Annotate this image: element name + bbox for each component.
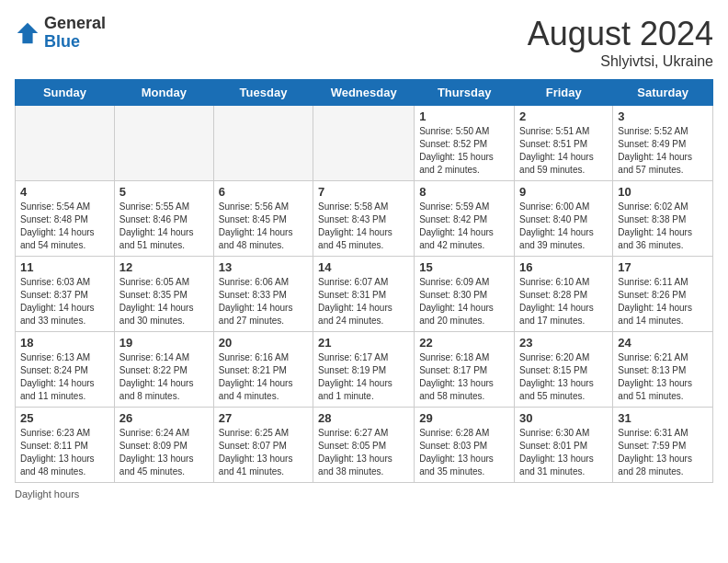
day-info: Sunrise: 6:06 AMSunset: 8:33 PMDaylight:… bbox=[219, 276, 308, 327]
day-number: 18 bbox=[20, 336, 109, 350]
day-info: Sunrise: 6:16 AMSunset: 8:21 PMDaylight:… bbox=[219, 351, 308, 403]
calendar-cell: 16Sunrise: 6:10 AMSunset: 8:28 PMDayligh… bbox=[515, 257, 613, 332]
day-number: 28 bbox=[318, 411, 409, 425]
calendar-cell: 30Sunrise: 6:30 AMSunset: 8:01 PMDayligh… bbox=[515, 408, 613, 483]
calendar-week-2: 4Sunrise: 5:54 AMSunset: 8:48 PMDaylight… bbox=[16, 181, 713, 257]
calendar-cell: 3Sunrise: 5:52 AMSunset: 8:49 PMDaylight… bbox=[613, 106, 713, 181]
logo-blue: Blue bbox=[44, 33, 106, 52]
day-info: Sunrise: 5:52 AMSunset: 8:49 PMDaylight:… bbox=[618, 125, 708, 177]
day-number: 26 bbox=[119, 411, 209, 425]
day-info: Sunrise: 6:14 AMSunset: 8:22 PMDaylight:… bbox=[119, 351, 209, 403]
day-number: 7 bbox=[318, 185, 409, 199]
day-number: 31 bbox=[618, 411, 708, 425]
day-info: Sunrise: 6:02 AMSunset: 8:38 PMDaylight:… bbox=[618, 201, 708, 252]
day-number: 22 bbox=[419, 336, 509, 350]
day-info: Sunrise: 6:03 AMSunset: 8:37 PMDaylight:… bbox=[20, 276, 109, 327]
day-number: 15 bbox=[419, 260, 509, 274]
calendar-cell bbox=[213, 106, 313, 181]
day-info: Sunrise: 5:54 AMSunset: 8:48 PMDaylight:… bbox=[20, 201, 109, 252]
calendar-cell: 5Sunrise: 5:55 AMSunset: 8:46 PMDaylight… bbox=[114, 181, 213, 257]
calendar-cell: 25Sunrise: 6:23 AMSunset: 8:11 PMDayligh… bbox=[16, 408, 115, 483]
day-number: 24 bbox=[618, 336, 708, 350]
calendar-cell: 20Sunrise: 6:16 AMSunset: 8:21 PMDayligh… bbox=[213, 332, 313, 408]
calendar-cell: 13Sunrise: 6:06 AMSunset: 8:33 PMDayligh… bbox=[213, 257, 313, 332]
day-number: 16 bbox=[519, 260, 608, 274]
calendar-cell: 9Sunrise: 6:00 AMSunset: 8:40 PMDaylight… bbox=[515, 181, 613, 257]
calendar-cell: 8Sunrise: 5:59 AMSunset: 8:42 PMDaylight… bbox=[415, 181, 515, 257]
day-number: 10 bbox=[618, 185, 708, 199]
day-number: 4 bbox=[20, 185, 109, 199]
calendar-cell: 22Sunrise: 6:18 AMSunset: 8:17 PMDayligh… bbox=[415, 332, 515, 408]
calendar-week-3: 11Sunrise: 6:03 AMSunset: 8:37 PMDayligh… bbox=[16, 257, 713, 332]
day-number: 6 bbox=[219, 185, 308, 199]
daylight-label: Daylight hours bbox=[15, 488, 79, 500]
day-info: Sunrise: 6:05 AMSunset: 8:35 PMDaylight:… bbox=[119, 276, 209, 327]
calendar-cell bbox=[16, 106, 115, 181]
footer-note: Daylight hours bbox=[15, 488, 713, 500]
day-number: 8 bbox=[419, 185, 509, 199]
calendar-cell bbox=[313, 106, 415, 181]
svg-marker-0 bbox=[17, 23, 38, 43]
day-info: Sunrise: 6:13 AMSunset: 8:24 PMDaylight:… bbox=[20, 351, 109, 403]
day-info: Sunrise: 6:11 AMSunset: 8:26 PMDaylight:… bbox=[618, 276, 708, 327]
calendar-cell: 18Sunrise: 6:13 AMSunset: 8:24 PMDayligh… bbox=[16, 332, 115, 408]
logo: General Blue bbox=[15, 15, 106, 52]
day-info: Sunrise: 5:56 AMSunset: 8:45 PMDaylight:… bbox=[219, 201, 308, 252]
calendar-cell: 23Sunrise: 6:20 AMSunset: 8:15 PMDayligh… bbox=[515, 332, 613, 408]
day-info: Sunrise: 6:21 AMSunset: 8:13 PMDaylight:… bbox=[618, 351, 708, 403]
calendar-table: SundayMondayTuesdayWednesdayThursdayFrid… bbox=[15, 79, 713, 483]
day-number: 29 bbox=[419, 411, 509, 425]
header-wednesday: Wednesday bbox=[313, 80, 415, 106]
day-info: Sunrise: 5:50 AMSunset: 8:52 PMDaylight:… bbox=[419, 125, 509, 177]
day-info: Sunrise: 6:18 AMSunset: 8:17 PMDaylight:… bbox=[419, 351, 509, 403]
day-info: Sunrise: 6:10 AMSunset: 8:28 PMDaylight:… bbox=[519, 276, 608, 327]
day-number: 5 bbox=[119, 185, 209, 199]
day-info: Sunrise: 6:25 AMSunset: 8:07 PMDaylight:… bbox=[219, 427, 308, 478]
day-info: Sunrise: 6:23 AMSunset: 8:11 PMDaylight:… bbox=[20, 427, 109, 478]
day-info: Sunrise: 6:28 AMSunset: 8:03 PMDaylight:… bbox=[419, 427, 509, 478]
calendar-cell: 26Sunrise: 6:24 AMSunset: 8:09 PMDayligh… bbox=[114, 408, 213, 483]
day-info: Sunrise: 6:20 AMSunset: 8:15 PMDaylight:… bbox=[519, 351, 608, 403]
logo-icon bbox=[15, 20, 40, 46]
header-sunday: Sunday bbox=[16, 80, 115, 106]
calendar-week-1: 1Sunrise: 5:50 AMSunset: 8:52 PMDaylight… bbox=[16, 106, 713, 181]
day-info: Sunrise: 5:59 AMSunset: 8:42 PMDaylight:… bbox=[419, 201, 509, 252]
day-number: 13 bbox=[219, 260, 308, 274]
day-info: Sunrise: 6:27 AMSunset: 8:05 PMDaylight:… bbox=[318, 427, 409, 478]
calendar-week-5: 25Sunrise: 6:23 AMSunset: 8:11 PMDayligh… bbox=[16, 408, 713, 483]
header-tuesday: Tuesday bbox=[213, 80, 313, 106]
day-number: 3 bbox=[618, 109, 708, 123]
day-number: 30 bbox=[519, 411, 608, 425]
calendar-cell: 6Sunrise: 5:56 AMSunset: 8:45 PMDaylight… bbox=[213, 181, 313, 257]
calendar-cell: 19Sunrise: 6:14 AMSunset: 8:22 PMDayligh… bbox=[114, 332, 213, 408]
title-block: August 2024 Shlyivtsi, Ukraine bbox=[528, 15, 713, 70]
day-number: 20 bbox=[219, 336, 308, 350]
calendar-cell: 15Sunrise: 6:09 AMSunset: 8:30 PMDayligh… bbox=[415, 257, 515, 332]
day-number: 25 bbox=[20, 411, 109, 425]
calendar-cell: 31Sunrise: 6:31 AMSunset: 7:59 PMDayligh… bbox=[613, 408, 713, 483]
calendar-cell: 29Sunrise: 6:28 AMSunset: 8:03 PMDayligh… bbox=[415, 408, 515, 483]
day-number: 11 bbox=[20, 260, 109, 274]
location: Shlyivtsi, Ukraine bbox=[528, 53, 713, 70]
page-header: General Blue August 2024 Shlyivtsi, Ukra… bbox=[15, 15, 713, 70]
day-info: Sunrise: 6:07 AMSunset: 8:31 PMDaylight:… bbox=[318, 276, 409, 327]
header-saturday: Saturday bbox=[613, 80, 713, 106]
day-info: Sunrise: 6:09 AMSunset: 8:30 PMDaylight:… bbox=[419, 276, 509, 327]
calendar-body: 1Sunrise: 5:50 AMSunset: 8:52 PMDaylight… bbox=[16, 106, 713, 483]
day-number: 1 bbox=[419, 109, 509, 123]
header-monday: Monday bbox=[114, 80, 213, 106]
logo-text: General Blue bbox=[44, 15, 106, 52]
day-info: Sunrise: 5:51 AMSunset: 8:51 PMDaylight:… bbox=[519, 125, 608, 177]
day-info: Sunrise: 5:58 AMSunset: 8:43 PMDaylight:… bbox=[318, 201, 409, 252]
calendar-cell: 10Sunrise: 6:02 AMSunset: 8:38 PMDayligh… bbox=[613, 181, 713, 257]
calendar-cell: 27Sunrise: 6:25 AMSunset: 8:07 PMDayligh… bbox=[213, 408, 313, 483]
header-thursday: Thursday bbox=[415, 80, 515, 106]
logo-general: General bbox=[44, 15, 106, 33]
day-info: Sunrise: 6:00 AMSunset: 8:40 PMDaylight:… bbox=[519, 201, 608, 252]
calendar-cell: 17Sunrise: 6:11 AMSunset: 8:26 PMDayligh… bbox=[613, 257, 713, 332]
month-year: August 2024 bbox=[528, 15, 713, 53]
day-info: Sunrise: 6:31 AMSunset: 7:59 PMDaylight:… bbox=[618, 427, 708, 478]
calendar-cell: 4Sunrise: 5:54 AMSunset: 8:48 PMDaylight… bbox=[16, 181, 115, 257]
day-number: 2 bbox=[519, 109, 608, 123]
calendar-cell bbox=[114, 106, 213, 181]
